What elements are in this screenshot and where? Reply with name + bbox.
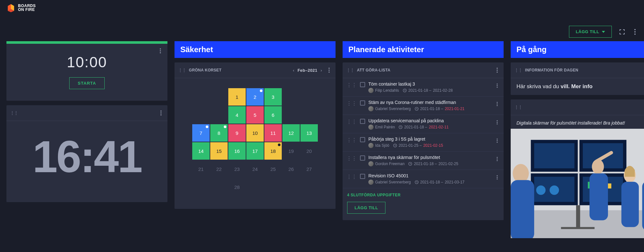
drag-handle-icon[interactable]: ⋮⋮: [515, 68, 523, 72]
drag-handle-icon[interactable]: ⋮⋮: [346, 136, 357, 143]
timer-start-button[interactable]: STARTA: [69, 77, 105, 89]
task-more-button[interactable]: [495, 118, 500, 126]
svg-point-15: [497, 68, 497, 69]
note-dot-icon: [206, 126, 208, 128]
more-vert-icon: [634, 29, 636, 35]
calendar-day-25[interactable]: 25: [264, 160, 282, 178]
calendar-day-4[interactable]: 4: [228, 106, 246, 124]
svg-point-16: [497, 70, 497, 70]
drag-handle-icon[interactable]: ⋮⋮: [346, 100, 357, 107]
add-button[interactable]: LÄGG TILL: [569, 26, 612, 38]
clock-time: 16:41: [6, 131, 167, 183]
task-dates: 2021-01-25 – 2021-02-15: [393, 143, 443, 148]
drag-handle-icon[interactable]: ⋮⋮: [346, 81, 357, 88]
info-text-pre: Här skriva vad du: [516, 83, 561, 89]
svg-point-10: [160, 112, 161, 113]
task-checkbox[interactable]: [360, 100, 365, 106]
calendar-day-9[interactable]: 9: [228, 124, 246, 142]
calendar-day-8[interactable]: 8: [210, 124, 228, 142]
svg-point-9: [160, 110, 161, 111]
task-row: ⋮⋮Påbörja steg 3 i 5S på lagretIda Sjöö2…: [343, 133, 504, 152]
svg-point-23: [497, 102, 498, 103]
calendar-day-7[interactable]: 7: [192, 124, 210, 142]
calendar-day-3[interactable]: 3: [264, 88, 282, 106]
avatar-icon: [368, 143, 374, 148]
avatar-icon: [368, 88, 374, 93]
task-checkbox[interactable]: [360, 119, 365, 124]
tasks-panel: ⋮⋮ ATT GÖRA-LISTA ⋮⋮Töm container lastka…: [343, 62, 504, 220]
calendar-day-24[interactable]: 24: [246, 160, 264, 178]
calendar-day-14[interactable]: 14: [192, 142, 210, 160]
more-button[interactable]: [632, 27, 638, 37]
task-dates: 2021-01-18 – 2021-02-25: [408, 162, 458, 166]
task-checkbox[interactable]: [360, 174, 365, 179]
drag-handle-icon[interactable]: ⋮⋮: [10, 111, 18, 115]
calendar-day-2[interactable]: 2: [246, 88, 264, 106]
avatar-icon: [368, 180, 374, 185]
info-text: Här skriva vad du vill. Mer info: [511, 78, 644, 95]
calendar-prev-button[interactable]: ‹: [291, 67, 295, 73]
drag-handle-icon[interactable]: ⋮⋮: [178, 68, 186, 72]
task-more-button[interactable]: [495, 155, 500, 163]
task-dates: 2021-01-18 – 2021-01-21: [415, 107, 465, 111]
section-planned-title: Planerade aktiviteter: [343, 41, 504, 58]
task-more-button[interactable]: [495, 81, 500, 90]
avatar-icon: [368, 161, 374, 166]
task-checkbox[interactable]: [360, 82, 365, 87]
task-checkbox[interactable]: [360, 137, 365, 142]
fullscreen-button[interactable]: [617, 27, 627, 37]
calendar-day-11[interactable]: 11: [264, 124, 282, 142]
calendar-day-22[interactable]: 22: [210, 160, 228, 178]
drag-handle-icon[interactable]: ⋮⋮: [346, 118, 357, 125]
calendar-day-16[interactable]: 16: [228, 142, 246, 160]
calendar-day-15[interactable]: 15: [210, 142, 228, 160]
calendar-day-23[interactable]: 23: [228, 160, 246, 178]
task-more-button[interactable]: [495, 100, 500, 108]
task-more-button[interactable]: [495, 173, 500, 182]
calendar-day-17[interactable]: 17: [246, 142, 264, 160]
calendar-next-button[interactable]: ›: [319, 67, 323, 73]
calendar-day-20[interactable]: 20: [300, 142, 318, 160]
calendar-day-13[interactable]: 13: [300, 124, 318, 142]
svg-point-29: [497, 124, 498, 125]
clock-more-button[interactable]: [158, 108, 164, 117]
timer-time: 10:00: [6, 53, 167, 71]
calendar-day-1[interactable]: 1: [228, 88, 246, 106]
calendar-day-5[interactable]: 5: [246, 106, 264, 124]
fullscreen-icon: [619, 29, 625, 35]
drag-handle-icon[interactable]: ⋮⋮: [346, 155, 357, 162]
calendar-day-6[interactable]: 6: [264, 106, 282, 124]
task-row: ⋮⋮Installera nya skärmar för pulsmötetGo…: [343, 152, 504, 170]
drag-handle-icon[interactable]: ⋮⋮: [346, 173, 357, 180]
task-dates: 2021-01-18 – 2021-02-11: [399, 125, 449, 129]
tasks-more-button[interactable]: [495, 66, 500, 75]
calendar-day-21[interactable]: 21: [192, 160, 210, 178]
calendar-day-27[interactable]: 27: [300, 160, 318, 178]
calendar-day-10[interactable]: 10: [246, 124, 264, 142]
calendar-more-button[interactable]: [327, 66, 332, 75]
calendar-day-19[interactable]: 19: [282, 142, 300, 160]
task-title: Revision ISO 45001: [368, 173, 491, 178]
tasks-add-button[interactable]: LÄGG TILL: [347, 202, 385, 214]
add-button-label: LÄGG TILL: [576, 29, 599, 34]
section-safety-title: Säkerhet: [175, 41, 336, 58]
calendar-day-26[interactable]: 26: [282, 160, 300, 178]
calendar-day-28[interactable]: 28: [228, 178, 246, 196]
task-title: Uppdatera servicemanual på packlina: [368, 118, 491, 123]
task-assignee: Emil Palrén: [368, 125, 395, 130]
task-more-button[interactable]: [495, 136, 500, 145]
calendar-day-12[interactable]: 12: [282, 124, 300, 142]
brand-line2: ON FIRE: [18, 8, 36, 12]
svg-point-39: [497, 175, 498, 176]
calendar-day-18[interactable]: 18: [264, 142, 282, 160]
svg-point-25: [497, 105, 498, 106]
svg-point-11: [160, 114, 161, 115]
task-dates: 2021-01-18 – 2021-02-28: [403, 88, 453, 93]
drag-handle-icon[interactable]: ⋮⋮: [515, 105, 523, 109]
svg-point-19: [497, 84, 498, 85]
tasks-title: ATT GÖRA-LISTA: [357, 68, 391, 72]
info-text-bold: vill. Mer info: [561, 83, 592, 89]
drag-handle-icon[interactable]: ⋮⋮: [346, 68, 355, 72]
task-checkbox[interactable]: [360, 155, 365, 161]
svg-point-41: [497, 179, 498, 180]
